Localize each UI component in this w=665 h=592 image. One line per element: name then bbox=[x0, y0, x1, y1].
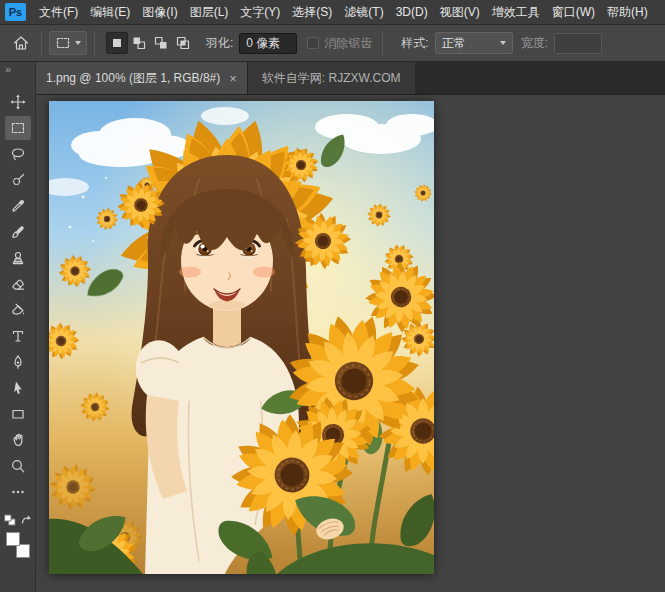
color-swatches bbox=[5, 531, 31, 559]
width-input[interactable] bbox=[554, 33, 602, 54]
add-to-selection-icon bbox=[131, 35, 147, 51]
tools-panel: » bbox=[0, 62, 36, 592]
lasso-tool[interactable] bbox=[5, 142, 31, 166]
default-colors-icon[interactable] bbox=[3, 513, 16, 526]
zoom-icon bbox=[10, 458, 26, 474]
tool-preset-button[interactable] bbox=[49, 31, 87, 55]
chevron-down-icon bbox=[500, 41, 506, 45]
new-selection-button[interactable] bbox=[106, 32, 128, 54]
intersect-selection-button[interactable] bbox=[172, 32, 194, 54]
document-tab-bar: 1.png @ 100% (图层 1, RGB/8#) × 软件自学网: RJZ… bbox=[36, 62, 665, 95]
hand-tool[interactable] bbox=[5, 428, 31, 452]
menu-item-window[interactable]: 窗口(W) bbox=[546, 0, 601, 24]
menu-item-layer[interactable]: 图层(L) bbox=[184, 0, 235, 24]
path-selection-tool[interactable] bbox=[5, 376, 31, 400]
close-tab-icon[interactable]: × bbox=[229, 72, 237, 85]
chevron-down-icon bbox=[75, 41, 81, 45]
canvas-area[interactable] bbox=[36, 95, 665, 592]
separator bbox=[382, 31, 383, 55]
feather-value: 0 像素 bbox=[246, 35, 280, 52]
subtract-from-selection-button[interactable] bbox=[150, 32, 172, 54]
canvas-artwork bbox=[49, 101, 434, 574]
feather-input[interactable]: 0 像素 bbox=[239, 33, 297, 54]
style-value: 正常 bbox=[442, 35, 466, 52]
home-button[interactable] bbox=[8, 30, 34, 56]
width-label: 宽度: bbox=[521, 35, 548, 52]
move-icon bbox=[10, 94, 26, 110]
paint-bucket-icon bbox=[10, 302, 26, 318]
menu-item-select[interactable]: 选择(S) bbox=[286, 0, 338, 24]
menu-item-type[interactable]: 文字(Y) bbox=[234, 0, 286, 24]
hand-icon bbox=[10, 432, 26, 448]
marquee-icon bbox=[10, 120, 26, 136]
lasso-icon bbox=[10, 146, 26, 162]
rectangle-icon bbox=[10, 406, 26, 422]
menu-item-edit[interactable]: 编辑(E) bbox=[84, 0, 136, 24]
selection-mode-group bbox=[106, 32, 194, 54]
new-selection-icon bbox=[109, 35, 125, 51]
style-dropdown[interactable]: 正常 bbox=[435, 32, 513, 54]
brush-icon bbox=[10, 224, 26, 240]
paint-bucket-tool[interactable] bbox=[5, 298, 31, 322]
zoom-tool[interactable] bbox=[5, 454, 31, 478]
type-tool[interactable] bbox=[5, 324, 31, 348]
tool-options-bar: 羽化: 0 像素 消除锯齿 样式: 正常 宽度: bbox=[0, 25, 665, 62]
background-color-swatch[interactable] bbox=[16, 544, 30, 558]
add-to-selection-button[interactable] bbox=[128, 32, 150, 54]
document-tab-title: 1.png @ 100% (图层 1, RGB/8#) bbox=[46, 70, 220, 87]
eraser-tool[interactable] bbox=[5, 272, 31, 296]
quick-selection-icon bbox=[10, 172, 26, 188]
edit-toolbar-button[interactable] bbox=[5, 480, 31, 504]
menu-item-help[interactable]: 帮助(H) bbox=[601, 0, 654, 24]
menu-bar: Ps 文件(F) 编辑(E) 图像(I) 图层(L) 文字(Y) 选择(S) 滤… bbox=[0, 0, 665, 25]
foreground-color-swatch[interactable] bbox=[6, 532, 20, 546]
style-label: 样式: bbox=[401, 35, 428, 52]
feather-label: 羽化: bbox=[206, 35, 233, 52]
watermark-tab[interactable]: 软件自学网: RJZXW.COM bbox=[247, 62, 415, 94]
menu-item-filter[interactable]: 滤镜(T) bbox=[338, 0, 389, 24]
clone-stamp-tool[interactable] bbox=[5, 246, 31, 270]
collapse-toolbar-button[interactable]: » bbox=[0, 62, 35, 77]
separator bbox=[94, 31, 95, 55]
rectangular-marquee-tool[interactable] bbox=[5, 116, 31, 140]
watermark-tab-title: 软件自学网: RJZXW.COM bbox=[262, 70, 401, 87]
ellipsis-icon bbox=[10, 484, 26, 500]
clone-stamp-icon bbox=[10, 250, 26, 266]
antialias-label: 消除锯齿 bbox=[324, 35, 372, 52]
rectangle-tool[interactable] bbox=[5, 402, 31, 426]
photoshop-window: Ps 文件(F) 编辑(E) 图像(I) 图层(L) 文字(Y) 选择(S) 滤… bbox=[0, 0, 665, 592]
eyedropper-icon bbox=[10, 198, 26, 214]
swap-colors-icon[interactable] bbox=[19, 513, 32, 526]
home-icon bbox=[12, 34, 30, 52]
canvas-image[interactable] bbox=[49, 101, 434, 574]
subtract-from-selection-icon bbox=[153, 35, 169, 51]
antialias-checkbox[interactable] bbox=[307, 37, 319, 49]
color-controls bbox=[3, 513, 32, 559]
quick-selection-tool[interactable] bbox=[5, 168, 31, 192]
path-selection-icon bbox=[10, 380, 26, 396]
menu-item-view[interactable]: 视图(V) bbox=[434, 0, 486, 24]
type-icon bbox=[10, 328, 26, 344]
menu-item-image[interactable]: 图像(I) bbox=[136, 0, 183, 24]
brush-tool[interactable] bbox=[5, 220, 31, 244]
eyedropper-tool[interactable] bbox=[5, 194, 31, 218]
menu-item-plugins[interactable]: 增效工具 bbox=[486, 0, 546, 24]
photoshop-logo: Ps bbox=[5, 3, 26, 21]
pen-icon bbox=[10, 354, 26, 370]
document-tab[interactable]: 1.png @ 100% (图层 1, RGB/8#) × bbox=[36, 62, 247, 94]
separator bbox=[41, 31, 42, 55]
intersect-selection-icon bbox=[175, 35, 191, 51]
marquee-preset-icon bbox=[55, 36, 71, 50]
pen-tool[interactable] bbox=[5, 350, 31, 374]
move-tool[interactable] bbox=[5, 90, 31, 114]
menu-item-3d[interactable]: 3D(D) bbox=[390, 0, 434, 24]
menu-item-file[interactable]: 文件(F) bbox=[33, 0, 84, 24]
eraser-icon bbox=[10, 276, 26, 292]
